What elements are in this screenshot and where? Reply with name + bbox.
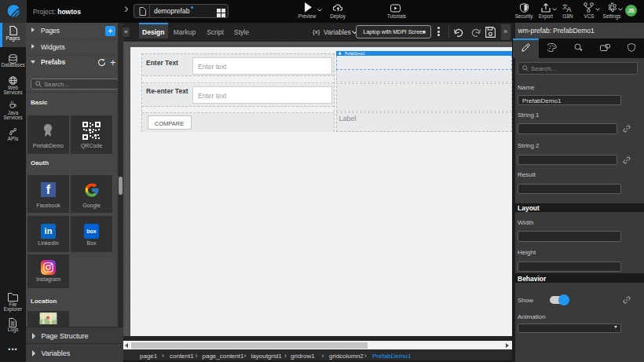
svg-text:A: A bbox=[567, 5, 572, 13]
